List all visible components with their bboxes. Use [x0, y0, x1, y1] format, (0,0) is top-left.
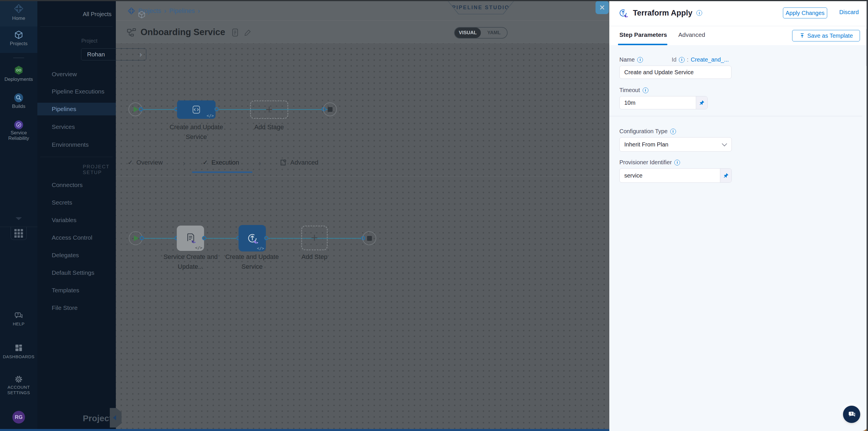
- sidebar-item-connectors[interactable]: Connectors: [37, 179, 116, 191]
- info-icon[interactable]: i: [643, 87, 648, 93]
- sidebar-item-pipeline-executions[interactable]: Pipeline Executions: [37, 85, 116, 98]
- chevron-down-icon[interactable]: [16, 217, 22, 220]
- notes-icon[interactable]: [231, 28, 239, 38]
- connector-dot[interactable]: [140, 236, 144, 240]
- tab-advanced[interactable]: Advanced: [279, 159, 318, 166]
- info-icon[interactable]: i: [637, 57, 643, 63]
- upload-icon: [799, 33, 805, 38]
- pipeline-title: Onboarding Service: [141, 27, 225, 37]
- step2-label[interactable]: Create and Update Service: [218, 252, 286, 271]
- sidebar-collapse-handle[interactable]: [110, 408, 122, 428]
- configuration-type-select[interactable]: Inherit From Plan: [619, 137, 732, 152]
- builds-icon[interactable]: [0, 93, 37, 103]
- user-avatar[interactable]: RG: [12, 411, 25, 424]
- connector-dot[interactable]: [202, 236, 206, 240]
- add-stage-button[interactable]: +: [250, 100, 288, 119]
- svg-text:?: ?: [850, 412, 852, 415]
- apply-changes-button[interactable]: Apply Changes: [783, 7, 827, 19]
- dashboards-label[interactable]: DASHBOARDS: [0, 354, 37, 360]
- step-id-row: Id i : Create_and_...: [672, 56, 729, 63]
- connector-dot[interactable]: [139, 107, 143, 111]
- project-select[interactable]: Rohan ›: [81, 48, 146, 60]
- visual-yaml-toggle[interactable]: VISUAL YAML: [454, 27, 507, 38]
- gear-icon[interactable]: [0, 375, 37, 384]
- sidebar-item-access-control[interactable]: Access Control: [37, 231, 116, 244]
- tab-step-parameters[interactable]: Step Parameters: [619, 31, 667, 38]
- nav-home-label[interactable]: Home: [0, 16, 37, 21]
- harness-logo-icon[interactable]: [0, 3, 37, 14]
- pin-icon: [723, 173, 729, 178]
- sidebar-item-default-settings[interactable]: Default Settings: [37, 266, 116, 279]
- provisioner-identifier-input[interactable]: service: [619, 168, 732, 183]
- stage-label[interactable]: Create and Update Service: [162, 122, 231, 142]
- stage-connector-line: [142, 109, 330, 110]
- sidebar-item-file-store[interactable]: File Store: [37, 301, 116, 314]
- all-projects-label[interactable]: All Projects: [83, 11, 112, 18]
- advanced-settings-icon: [279, 159, 287, 166]
- account-settings-label[interactable]: ACCOUNT SETTINGS: [0, 384, 37, 395]
- breadcrumb-chevron-icon: ›: [164, 7, 166, 15]
- step1-label[interactable]: Service Create and Update...: [156, 252, 225, 271]
- yaml-code-badge: </>: [207, 113, 214, 118]
- projects-cube-icon[interactable]: [0, 30, 37, 40]
- save-as-template-button[interactable]: Save as Template: [792, 30, 860, 41]
- chevron-down-icon: [722, 141, 727, 146]
- toggle-yaml[interactable]: YAML: [481, 28, 507, 38]
- add-step-button[interactable]: +: [301, 226, 328, 250]
- terraform-apply-icon: [245, 231, 259, 245]
- info-icon[interactable]: i: [670, 128, 676, 134]
- tab-execution[interactable]: ✓ Execution: [203, 159, 239, 166]
- step-node-terraform-apply-selected[interactable]: </>: [239, 225, 266, 252]
- sidebar-item-templates[interactable]: Templates: [37, 284, 116, 297]
- sidebar-item-pipelines[interactable]: Pipelines: [37, 103, 116, 115]
- breadcrumb-pipelines-link[interactable]: Pipelines: [169, 7, 194, 15]
- breadcrumb: Projects › Pipelines ›: [116, 1, 609, 21]
- nav-projects-label[interactable]: Projects: [0, 41, 37, 46]
- stage-node-create-update-service[interactable]: </>: [177, 100, 216, 119]
- harness-breadcrumb-logo-icon[interactable]: [127, 7, 135, 15]
- module-picker-button[interactable]: [11, 227, 27, 240]
- edit-pencil-icon[interactable]: [244, 29, 251, 37]
- step-node-terraform-plan[interactable]: </>: [177, 226, 204, 251]
- dashboards-icon[interactable]: [0, 344, 37, 352]
- drawer-title: Terraform Apply: [633, 9, 692, 18]
- help-chat-button[interactable]: ?: [843, 406, 860, 423]
- close-studio-button[interactable]: ✕: [595, 1, 609, 14]
- pipeline-end-node[interactable]: [323, 103, 337, 116]
- connector-dot[interactable]: [264, 236, 269, 240]
- info-icon[interactable]: i: [679, 57, 685, 63]
- sidebar-item-overview[interactable]: Overview: [37, 68, 116, 81]
- add-stage-label[interactable]: Add Stage: [235, 122, 304, 132]
- execution-end-node[interactable]: [363, 231, 376, 245]
- provisioner-input-type-button[interactable]: [720, 169, 732, 182]
- pipeline-canvas: Projects › Pipelines › PIPELINE STUDIO ✕…: [116, 0, 609, 431]
- name-input[interactable]: Create and Update Service: [619, 66, 732, 79]
- deployments-icon[interactable]: [0, 65, 37, 76]
- sidebar-item-secrets[interactable]: Secrets: [37, 196, 116, 209]
- sidebar-item-variables[interactable]: Variables: [37, 214, 116, 226]
- info-icon[interactable]: i: [674, 160, 680, 166]
- tab-overview[interactable]: ✓ Overview: [128, 159, 163, 166]
- sidebar-item-services[interactable]: Services: [37, 120, 116, 133]
- sidebar-item-environments[interactable]: Environments: [37, 138, 116, 151]
- stop-icon: [328, 107, 333, 112]
- sidebar-item-delegates[interactable]: Delegates: [37, 249, 116, 262]
- step-id-value-link[interactable]: Create_and_...: [691, 56, 728, 63]
- timeout-input-type-button[interactable]: [696, 96, 707, 109]
- help-label[interactable]: HELP: [0, 321, 37, 326]
- project-scope-cube-icon[interactable]: [137, 10, 146, 20]
- timeout-input[interactable]: 10m: [619, 96, 708, 109]
- service-reliability-icon[interactable]: [0, 120, 37, 130]
- info-icon[interactable]: i: [696, 10, 702, 16]
- help-chat-icon[interactable]: ?: [0, 311, 37, 320]
- discard-button[interactable]: Discard: [839, 9, 859, 16]
- harness-pipeline-studio: Home Projects Deployments Builds Service…: [0, 0, 868, 431]
- nav-builds-label[interactable]: Builds: [0, 104, 37, 109]
- nav-deployments-label[interactable]: Deployments: [0, 77, 37, 82]
- connector-dot[interactable]: [214, 107, 219, 111]
- toggle-visual[interactable]: VISUAL: [455, 28, 481, 38]
- tab-advanced[interactable]: Advanced: [678, 31, 705, 38]
- add-step-label[interactable]: Add Step: [280, 252, 349, 262]
- divider: [116, 176, 609, 176]
- nav-service-reliability-label[interactable]: Service Reliability: [0, 130, 37, 141]
